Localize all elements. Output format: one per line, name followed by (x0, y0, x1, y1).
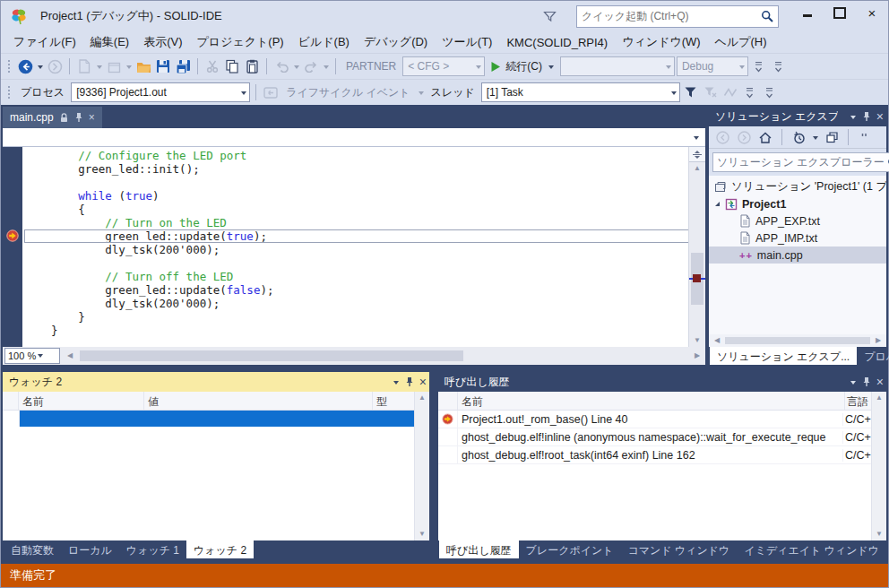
scroll-right-icon[interactable]: ▶ (691, 350, 703, 362)
menu-item[interactable]: 表示(V) (136, 31, 189, 53)
toolbar-overflow-icon[interactable] (750, 56, 768, 76)
breakpoint-current-icon[interactable] (6, 229, 19, 242)
solution-search-input[interactable]: ソリューション エクスプローラー (712, 152, 889, 172)
new-project-dropdown[interactable] (126, 65, 132, 72)
flagged-threads-icon[interactable] (721, 82, 739, 102)
maximize-button[interactable] (824, 1, 856, 24)
se-forward-icon[interactable] (735, 127, 753, 147)
scroll-down-icon[interactable]: ▼ (872, 528, 886, 540)
redo-dropdown[interactable] (324, 65, 329, 72)
lifecycle-events-icon[interactable] (262, 82, 280, 102)
close-icon[interactable]: × (876, 376, 884, 388)
watch-tab[interactable]: ウォッチ 2 (186, 540, 254, 558)
callstack-tab[interactable]: 呼び出し履歴 (439, 540, 519, 558)
code-lines[interactable]: // Configure the LED port green_led::ini… (24, 147, 689, 347)
scroll-down-icon[interactable]: ▼ (415, 528, 429, 540)
code-line[interactable]: while (true) (24, 189, 689, 203)
paste-button[interactable] (243, 56, 261, 76)
call-stack-column-language[interactable]: 言語 (845, 392, 872, 410)
callstack-tab[interactable]: イミディエイト ウィンドウ (737, 540, 886, 558)
navigation-bar-caret[interactable] (694, 136, 699, 143)
se-tab[interactable]: ソリューション エクスプ... (710, 347, 857, 365)
watch-empty-row-selected[interactable] (3, 411, 429, 427)
cfg-combo[interactable]: < CFG > (402, 56, 485, 76)
stack-frame[interactable]: ghost_debug.elf!root_task(int64 exinf) L… (438, 446, 886, 464)
pin-icon[interactable] (405, 376, 414, 387)
code-line[interactable]: green_led::update(true); (24, 229, 689, 243)
menu-item[interactable]: KMC(SOLID_RPI4) (499, 33, 615, 52)
feedback-icon[interactable] (543, 11, 557, 22)
editor-zoom-combo[interactable]: 100 % (4, 348, 60, 364)
save-button[interactable] (154, 56, 172, 76)
watch-row-selection[interactable] (20, 411, 415, 427)
menu-item[interactable]: 編集(E) (83, 31, 136, 53)
tab-close-icon[interactable]: × (89, 111, 95, 124)
editor-vertical-scrollbar[interactable]: ▲ ▼ (688, 147, 705, 347)
splitter-handle-icon[interactable] (689, 147, 705, 162)
navigate-back-button[interactable] (16, 56, 34, 76)
undo-button[interactable] (272, 56, 290, 76)
stack-frame[interactable]: Project1.out!_rom_base() Line 40C/C+ (438, 411, 886, 428)
menu-item[interactable]: プロジェクト(P) (190, 31, 291, 53)
build-config-combo[interactable]: Debug (677, 56, 748, 76)
pin-icon[interactable] (862, 111, 871, 122)
thread-combo[interactable]: [1] Task (481, 82, 680, 102)
callstack-tab[interactable]: コマンド ウィンドウ (621, 540, 738, 558)
toolbar-overflow-icon[interactable] (741, 82, 759, 102)
code-editor[interactable]: // Configure the LED port green_led::ini… (3, 147, 705, 347)
call-stack-titlebar[interactable]: 呼び出し履歴 × (438, 372, 886, 392)
preview-selected-items-icon[interactable] (823, 127, 841, 147)
menu-item[interactable]: ヘルプ(H) (708, 31, 774, 53)
code-line[interactable]: } (24, 310, 689, 324)
home-icon[interactable] (756, 127, 774, 147)
close-icon[interactable]: × (876, 110, 884, 123)
tree-item[interactable]: ソリューション 'Project1' (1 プ (709, 178, 886, 195)
close-button[interactable]: × (856, 1, 888, 24)
watch-titlebar[interactable]: ウォッチ 2 × (3, 372, 429, 392)
call-stack-grid[interactable]: 名前 言語 Project1.out!_rom_base() Line 40C/… (438, 392, 886, 540)
scroll-up-icon[interactable]: ▲ (689, 162, 705, 175)
watch-vertical-scrollbar[interactable]: ▲ ▼ (414, 392, 429, 540)
minimize-button[interactable] (791, 1, 824, 24)
pin-icon[interactable] (862, 376, 871, 387)
scroll-up-icon[interactable]: ▲ (415, 392, 429, 404)
scroll-left-icon[interactable]: ◀ (64, 350, 76, 362)
code-line[interactable]: // Turn on the LED (24, 216, 689, 229)
tree-item[interactable]: APP_IMP.txt (709, 229, 886, 246)
save-all-button[interactable] (174, 56, 192, 76)
solution-explorer-titlebar[interactable]: ソリューション エクスプロ... × (709, 107, 886, 126)
se-back-icon[interactable] (713, 127, 731, 147)
scrollbar-thumb[interactable] (80, 350, 463, 361)
watch-column-value[interactable]: 値 (144, 392, 373, 410)
copy-button[interactable] (223, 56, 241, 76)
watch-column-type[interactable]: 型 (373, 392, 415, 410)
lifecycle-events-dropdown[interactable] (419, 91, 424, 98)
navigate-forward-button[interactable] (46, 56, 64, 76)
stack-frame[interactable]: ghost_debug.elf!inline (anonymous namesp… (438, 428, 886, 446)
new-file-button[interactable] (75, 56, 93, 76)
toolbar-grip[interactable] (7, 59, 12, 74)
watch-grid[interactable]: 名前 値 型 ▲ ▼ (3, 392, 429, 540)
toolbar-overflow-icon[interactable] (856, 127, 874, 147)
code-line[interactable]: // Turn off the LED (24, 270, 689, 283)
window-menu-caret[interactable] (393, 381, 399, 387)
menu-item[interactable]: ビルド(B) (291, 31, 357, 53)
se-tab[interactable]: プロパティ (857, 347, 889, 365)
filter-dropdown-caret[interactable] (813, 136, 818, 143)
se-horizontal-scrollbar[interactable]: ◀ ▶ (709, 334, 886, 347)
call-stack-vertical-scrollbar[interactable]: ▲ ▼ (871, 392, 886, 540)
undo-dropdown[interactable] (294, 65, 299, 72)
code-line[interactable]: { (24, 203, 689, 216)
pending-changes-filter-icon[interactable] (790, 127, 807, 147)
scrollbar-thumb[interactable] (725, 337, 870, 344)
document-tab-main-cpp[interactable]: main.cpp × (3, 107, 102, 128)
toolbar-overflow-icon[interactable] (770, 56, 788, 76)
clear-filter-icon[interactable] (702, 82, 720, 102)
code-line[interactable] (24, 176, 689, 189)
process-combo[interactable]: [9336] Project1.out (71, 82, 250, 102)
code-line[interactable]: // Configure the LED port (24, 149, 689, 162)
scroll-left-icon[interactable]: ◀ (711, 334, 723, 347)
watch-tab[interactable]: ローカル (61, 540, 119, 558)
toolbar-overflow-icon[interactable] (761, 82, 779, 102)
breakpoint-margin[interactable] (3, 147, 22, 347)
